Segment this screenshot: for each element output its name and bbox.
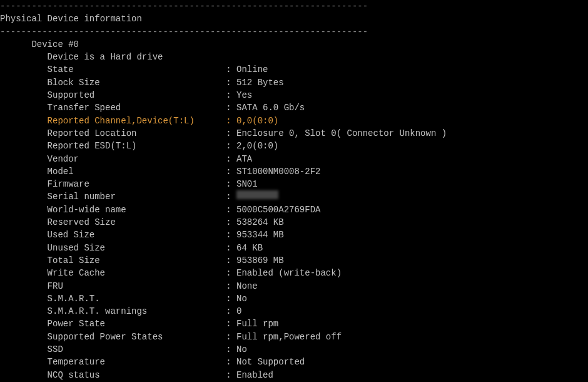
property-row: Model: ST1000NM0008-2F2 bbox=[0, 165, 588, 178]
property-value: No bbox=[236, 343, 247, 356]
property-value: 2,0(0:0) bbox=[236, 140, 278, 152]
property-value: ATA bbox=[236, 153, 252, 165]
property-row: Reported ESD(T:L): 2,0(0:0) bbox=[0, 140, 588, 152]
property-row: Reported Channel,Device(T:L): 0,0(0:0) bbox=[0, 115, 588, 127]
property-row: Serial number: bbox=[0, 190, 588, 203]
device-type-line: Device is a Hard drive bbox=[0, 51, 588, 63]
property-label: Block Size bbox=[48, 76, 226, 89]
property-row: Firmware: SN01 bbox=[0, 178, 588, 190]
property-label: FRU bbox=[48, 280, 226, 292]
property-value: None bbox=[236, 280, 258, 292]
colon-separator: : bbox=[226, 369, 236, 381]
property-label: NCQ status bbox=[48, 369, 226, 381]
property-label: Supported Power States bbox=[48, 331, 226, 343]
property-value-redacted bbox=[236, 190, 278, 199]
property-row: S.M.A.R.T.: No bbox=[0, 292, 588, 305]
property-value: 953344 MB bbox=[236, 229, 284, 241]
property-value: SATA 6.0 Gb/s bbox=[236, 101, 305, 114]
property-value: 538264 KB bbox=[236, 216, 284, 229]
property-value: ST1000NM0008-2F2 bbox=[236, 165, 320, 178]
colon-separator: : bbox=[226, 292, 236, 305]
property-row: Total Size: 953869 MB bbox=[0, 254, 588, 267]
property-label: S.M.A.R.T. bbox=[48, 292, 226, 305]
colon-separator: : bbox=[226, 356, 236, 368]
property-row: Power State: Full rpm bbox=[0, 317, 588, 330]
device-properties: State: OnlineBlock Size: 512 BytesSuppor… bbox=[0, 63, 588, 381]
property-value: Online bbox=[236, 63, 268, 76]
property-value: No bbox=[236, 292, 247, 305]
property-label: World-wide name bbox=[48, 204, 226, 216]
property-row: Block Size: 512 Bytes bbox=[0, 76, 588, 89]
colon-separator: : bbox=[226, 165, 236, 178]
property-label: State bbox=[48, 63, 226, 76]
divider-top: ----------------------------------------… bbox=[0, 0, 588, 13]
colon-separator: : bbox=[226, 190, 236, 203]
colon-separator: : bbox=[226, 63, 236, 76]
colon-separator: : bbox=[226, 76, 236, 89]
colon-separator: : bbox=[226, 101, 236, 114]
colon-separator: : bbox=[226, 153, 236, 165]
colon-separator: : bbox=[226, 317, 236, 330]
colon-separator: : bbox=[226, 254, 236, 267]
property-label: Vendor bbox=[48, 153, 226, 165]
property-label: Write Cache bbox=[48, 267, 226, 279]
property-row: FRU: None bbox=[0, 280, 588, 292]
property-label: Supported bbox=[48, 89, 226, 101]
property-row: Unused Size: 64 KB bbox=[0, 242, 588, 254]
property-row: Transfer Speed: SATA 6.0 Gb/s bbox=[0, 101, 588, 114]
colon-separator: : bbox=[226, 229, 236, 241]
property-label: Used Size bbox=[48, 229, 226, 241]
colon-separator: : bbox=[226, 178, 236, 190]
divider-bottom: ----------------------------------------… bbox=[0, 26, 588, 38]
colon-separator: : bbox=[226, 242, 236, 254]
property-value: Full rpm bbox=[236, 317, 278, 330]
property-row: Reserved Size: 538264 KB bbox=[0, 216, 588, 229]
property-row: State: Online bbox=[0, 63, 588, 76]
property-row: NCQ status: Enabled bbox=[0, 369, 588, 381]
colon-separator: : bbox=[226, 305, 236, 317]
property-value: SN01 bbox=[236, 178, 258, 190]
property-value: Full rpm,Powered off bbox=[236, 331, 342, 343]
property-value: 953869 MB bbox=[236, 254, 284, 267]
property-label: Power State bbox=[48, 317, 226, 330]
property-value: Yes bbox=[236, 89, 252, 101]
property-value: 512 Bytes bbox=[236, 76, 284, 89]
device-header: Device #0 bbox=[0, 38, 588, 51]
property-label: Transfer Speed bbox=[48, 101, 226, 114]
property-row: Reported Location: Enclosure 0, Slot 0( … bbox=[0, 127, 588, 140]
colon-separator: : bbox=[226, 115, 236, 127]
property-label: SSD bbox=[48, 343, 226, 356]
property-value: 0,0(0:0) bbox=[236, 115, 278, 127]
property-row: World-wide name: 5000C500A2769FDA bbox=[0, 204, 588, 216]
property-label: S.M.A.R.T. warnings bbox=[48, 305, 226, 317]
property-label: Total Size bbox=[48, 254, 226, 267]
property-row: Supported Power States: Full rpm,Powered… bbox=[0, 331, 588, 343]
colon-separator: : bbox=[226, 89, 236, 101]
colon-separator: : bbox=[226, 280, 236, 292]
property-label: Reported ESD(T:L) bbox=[48, 140, 226, 152]
property-value: 64 KB bbox=[236, 242, 263, 254]
property-label: Unused Size bbox=[48, 242, 226, 254]
terminal-output: ----------------------------------------… bbox=[0, 0, 588, 381]
property-value: 5000C500A2769FDA bbox=[236, 204, 320, 216]
colon-separator: : bbox=[226, 140, 236, 152]
property-row: SSD: No bbox=[0, 343, 588, 356]
property-label: Firmware bbox=[48, 178, 226, 190]
property-row: S.M.A.R.T. warnings: 0 bbox=[0, 305, 588, 317]
colon-separator: : bbox=[226, 204, 236, 216]
property-value: Enabled (write-back) bbox=[236, 267, 342, 279]
property-value: Enclosure 0, Slot 0( Connector Unknown ) bbox=[236, 127, 447, 140]
property-label: Serial number bbox=[48, 190, 226, 203]
property-label: Reported Location bbox=[48, 127, 226, 140]
colon-separator: : bbox=[226, 216, 236, 229]
colon-separator: : bbox=[226, 267, 236, 279]
property-label: Temperature bbox=[48, 356, 226, 368]
colon-separator: : bbox=[226, 127, 236, 140]
property-value: Enabled bbox=[236, 369, 273, 381]
property-label: Reported Channel,Device(T:L) bbox=[48, 115, 226, 127]
property-label: Model bbox=[48, 165, 226, 178]
property-row: Vendor: ATA bbox=[0, 153, 588, 165]
property-row: Used Size: 953344 MB bbox=[0, 229, 588, 241]
property-value: Not Supported bbox=[236, 356, 305, 368]
property-label: Reserved Size bbox=[48, 216, 226, 229]
